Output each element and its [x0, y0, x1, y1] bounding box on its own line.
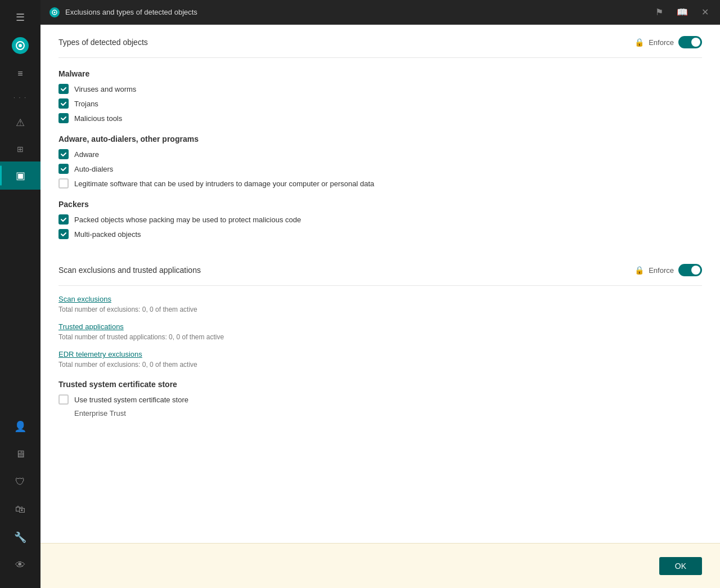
packers-category-title: Packers	[58, 200, 702, 209]
sidebar-item-grid[interactable]: ⊞	[0, 137, 40, 161]
trusted-applications-link[interactable]: Trusted applications	[58, 322, 702, 331]
sidebar-item-shield[interactable]: 🛡	[6, 468, 34, 496]
main-container: Exclusions and types of detected objects…	[40, 0, 720, 588]
malware-category-title: Malware	[58, 69, 702, 78]
edr-telemetry-desc: Total number of exclusions: 0, 0 of them…	[58, 361, 702, 369]
book-button[interactable]: 📖	[674, 5, 690, 20]
enforce-label-scan: Enforce	[649, 266, 674, 275]
titlebar-actions: ⚑ 📖 ✕	[653, 5, 711, 20]
toggle-scan[interactable]	[678, 264, 702, 276]
checkbox-trusted-cert-input[interactable]	[58, 394, 69, 405]
checkbox-multi-packed-label[interactable]: Multi-packed objects	[74, 230, 141, 239]
checkbox-trusted-cert: Use trusted system certificate store	[58, 394, 702, 405]
svg-point-3	[54, 11, 56, 13]
checkbox-legitimate-software: Legitimate software that can be used by …	[58, 178, 702, 188]
trusted-cert-category-title: Trusted system certificate store	[58, 380, 702, 389]
checkbox-viruses-input[interactable]	[58, 84, 69, 94]
sidebar-item-user[interactable]: 👁	[6, 551, 34, 579]
sidebar-item-person[interactable]: 👤	[6, 412, 34, 441]
sidebar-item-warning[interactable]: ⚠	[0, 109, 40, 137]
checkbox-malicious-tools-label[interactable]: Malicious tools	[74, 114, 122, 123]
sidebar-item-bag[interactable]: 🛍	[6, 496, 34, 523]
checkbox-multi-packed-input[interactable]	[58, 229, 69, 239]
scan-exclusions-section-header: Scan exclusions and trusted applications…	[58, 253, 702, 286]
scroll-content: Types of detected objects 🔒 Enforce Malw…	[40, 25, 720, 543]
enterprise-trust-note: Enterprise Trust	[74, 409, 702, 418]
scan-exclusions-desc: Total number of exclusions: 0, 0 of them…	[58, 306, 702, 313]
types-section-header: Types of detected objects 🔒 Enforce	[58, 25, 702, 58]
checkbox-trojans: Trojans	[58, 98, 702, 109]
checkbox-packed-objects: Packed objects whose packing may be used…	[58, 214, 702, 225]
checkbox-adware-label[interactable]: Adware	[74, 150, 99, 159]
sidebar-item-dots[interactable]: · · ·	[0, 87, 40, 109]
checkbox-trojans-input[interactable]	[58, 98, 69, 109]
enforce-label-types: Enforce	[649, 38, 674, 47]
adware-category-title: Adware, auto-dialers, other programs	[58, 134, 702, 143]
checkbox-viruses-label[interactable]: Viruses and worms	[74, 85, 136, 93]
edr-telemetry-link[interactable]: EDR telemetry exclusions	[58, 350, 702, 358]
checkbox-trusted-cert-label[interactable]: Use trusted system certificate store	[74, 396, 188, 404]
app-logo	[12, 37, 29, 54]
scan-exclusions-link[interactable]: Scan exclusions	[58, 295, 702, 303]
sidebar-item-list[interactable]: ≡	[0, 61, 40, 87]
sidebar-bottom: 👤 🖥 🛡 🛍 🔧 👁	[6, 412, 34, 588]
bottom-bar: OK	[40, 543, 720, 588]
scan-exclusions-section-controls: 🔒 Enforce	[634, 264, 702, 276]
checkbox-legitimate-software-label[interactable]: Legitimate software that can be used by …	[74, 179, 374, 188]
checkbox-malicious-tools-input[interactable]	[58, 113, 69, 123]
scan-exclusions-section-title: Scan exclusions and trusted applications	[58, 266, 201, 275]
trusted-applications-desc: Total number of trusted applications: 0,…	[58, 333, 702, 341]
titlebar-title: Exclusions and types of detected objects	[65, 8, 653, 16]
ok-button[interactable]: OK	[659, 557, 702, 575]
titlebar-icon	[50, 7, 60, 17]
checkbox-malicious-tools: Malicious tools	[58, 113, 702, 123]
toggle-types[interactable]	[678, 36, 702, 48]
sidebar: ☰ ≡ · · · ⚠ ⊞ ▣ 👤 🖥 🛡 🛍 🔧 👁	[0, 0, 40, 588]
checkbox-packed-objects-input[interactable]	[58, 214, 69, 225]
close-button[interactable]: ✕	[699, 5, 711, 20]
checkbox-autodialers-label[interactable]: Auto-dialers	[74, 165, 113, 173]
checkbox-legitimate-software-input[interactable]	[58, 178, 69, 188]
types-section-title: Types of detected objects	[58, 38, 148, 47]
sidebar-item-wrench[interactable]: 🔧	[6, 523, 34, 551]
flag-button[interactable]: ⚑	[653, 5, 665, 20]
checkbox-autodialers-input[interactable]	[58, 164, 69, 174]
titlebar: Exclusions and types of detected objects…	[40, 0, 720, 25]
hamburger-menu-icon[interactable]: ☰	[9, 5, 32, 30]
checkbox-viruses: Viruses and worms	[58, 84, 702, 94]
content-area: Types of detected objects 🔒 Enforce Malw…	[40, 25, 720, 588]
svg-point-1	[19, 44, 22, 47]
checkbox-autodialers: Auto-dialers	[58, 164, 702, 174]
checkbox-trojans-label[interactable]: Trojans	[74, 100, 98, 108]
sidebar-item-monitor[interactable]: 🖥	[6, 441, 34, 468]
sidebar-item-active[interactable]: ▣	[0, 161, 40, 190]
checkbox-packed-objects-label[interactable]: Packed objects whose packing may be used…	[74, 216, 301, 224]
checkbox-adware: Adware	[58, 149, 702, 159]
checkbox-multi-packed: Multi-packed objects	[58, 229, 702, 239]
types-section-controls: 🔒 Enforce	[634, 36, 702, 48]
checkbox-adware-input[interactable]	[58, 149, 69, 159]
lock-icon-types: 🔒	[634, 38, 644, 47]
lock-icon-scan: 🔒	[634, 266, 644, 275]
